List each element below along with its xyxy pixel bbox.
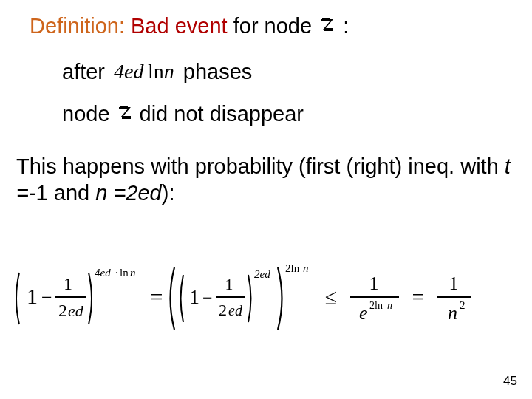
did-not-disappear-label: did not disappear — [140, 102, 304, 126]
rhs1-den-exp-n: n — [387, 300, 392, 311]
mid-inner-paren: 1 − 1 2 ed — [181, 275, 251, 322]
title-line: Definition: Bad event for node : — [30, 13, 516, 39]
lhs-frac-num: 1 — [64, 274, 72, 293]
le-sign: ≤ — [325, 284, 337, 309]
rhs1-den-e: e — [359, 302, 368, 324]
para-two-ed: 2ed — [126, 181, 161, 205]
mid-outer-exp-n: n — [303, 262, 309, 274]
z-symbol — [318, 13, 337, 39]
mid-one: 1 — [189, 285, 200, 308]
after-expr-4ed: 4ed — [114, 60, 143, 83]
mid-inner-exp: 2ed — [254, 268, 270, 280]
mid-outer-exponent: 2ln n — [285, 262, 309, 274]
mid-outer-exp: 2ln — [285, 262, 300, 274]
after-line: after 4ed lnn phases — [62, 60, 516, 84]
rhs2-den-n: n — [448, 302, 457, 324]
page-number: 45 — [503, 374, 517, 389]
z-symbol-2 — [110, 102, 140, 126]
for-node-label: for node — [233, 14, 312, 38]
slide: Definition: Bad event for node : after 4… — [0, 0, 532, 399]
eq-sign-1: = — [151, 284, 163, 309]
lhs-frac-den-ed: ed — [68, 301, 84, 320]
node-label: node — [62, 102, 110, 126]
after-expr-ln: ln — [148, 60, 164, 83]
after-expression: 4ed lnn — [105, 60, 183, 83]
probability-paragraph: This happens with probability (first (ri… — [16, 153, 516, 207]
rhs2-den-exp: 2 — [460, 299, 466, 311]
node-line: node did not disappear — [62, 102, 516, 126]
lhs-exp-n: n — [130, 267, 136, 279]
mid-outer-paren: 1 − 1 2 ed 2ed — [171, 267, 282, 330]
para-text-a: This happens with probability (first (ri… — [16, 154, 499, 178]
mid-frac-den-2: 2 — [219, 301, 227, 319]
lhs-frac-den-2: 2 — [58, 301, 67, 320]
rhs2-fraction: 1 n 2 — [437, 273, 471, 324]
lhs-exponent: 4ed · ln n — [95, 267, 136, 279]
mid-minus: − — [202, 288, 213, 307]
rhs1-den-exp: 2ln — [369, 300, 383, 311]
lhs-one: 1 — [27, 284, 38, 308]
eq-sign-2: = — [412, 284, 425, 309]
para-neg-one: -1 and — [29, 181, 89, 205]
mid-frac-den-ed: ed — [228, 302, 243, 318]
rhs1-fraction: 1 e 2ln n — [350, 273, 399, 324]
title-colon: : — [343, 14, 349, 38]
lhs-exp-4ed: 4ed — [95, 267, 111, 279]
definition-label: Definition: — [30, 14, 125, 38]
para-n-eq: n = — [95, 181, 126, 205]
lhs-minus: − — [41, 287, 52, 308]
rhs1-num: 1 — [369, 273, 379, 294]
mid-frac-num: 1 — [225, 275, 233, 293]
rhs2-num: 1 — [449, 273, 459, 294]
para-tail: ): — [162, 181, 175, 205]
bad-event-label: Bad event — [131, 14, 228, 38]
phases-label: phases — [183, 60, 253, 84]
after-expr-n: n — [164, 60, 174, 83]
main-equation: 1 − 1 2 ed 4ed · ln n = 1 — [12, 262, 520, 346]
lhs-paren: 1 − 1 2 ed — [16, 273, 92, 324]
lhs-exp-dot: · — [115, 267, 118, 279]
lhs-exp-ln: ln — [120, 267, 129, 279]
after-label: after — [62, 60, 105, 84]
